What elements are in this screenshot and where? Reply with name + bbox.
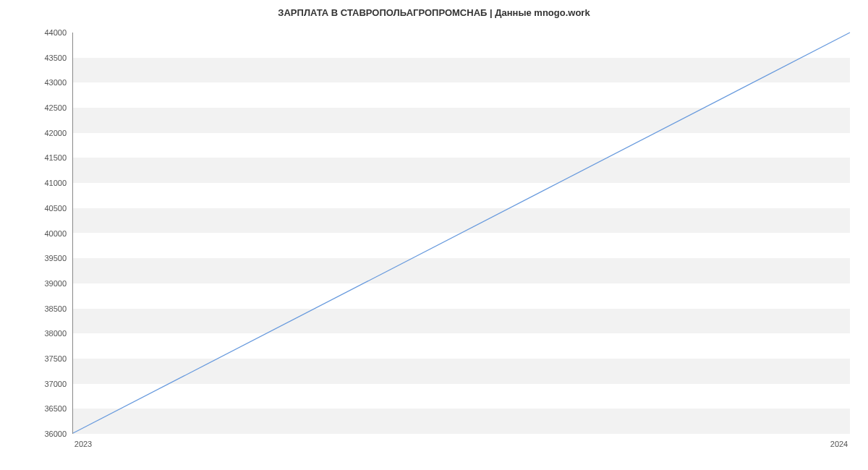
y-tick-label: 39500 (23, 254, 67, 262)
chart-line-svg (73, 33, 850, 433)
y-tick-label: 41500 (23, 153, 67, 162)
y-tick-label: 38500 (23, 304, 67, 313)
y-tick-label: 44000 (23, 28, 67, 37)
plot-area (72, 33, 850, 434)
y-tick-label: 37000 (23, 380, 67, 388)
data-line (73, 33, 850, 433)
y-tick-label: 41000 (23, 179, 67, 187)
y-tick-label: 43500 (23, 54, 67, 62)
chart-title: ЗАРПЛАТА В СТАВРОПОЛЬАГРОПРОМСНАБ | Данн… (0, 7, 868, 18)
y-tick-label: 40000 (23, 229, 67, 238)
y-tick-label: 43000 (23, 78, 67, 87)
y-tick-label: 39000 (23, 279, 67, 288)
y-tick-label: 40500 (23, 204, 67, 213)
y-tick-label: 42500 (23, 103, 67, 112)
x-tick-label: 2023 (75, 440, 92, 448)
y-tick-label: 37500 (23, 354, 67, 363)
y-tick-label: 36500 (23, 404, 67, 413)
y-tick-label: 36000 (23, 430, 67, 438)
y-tick-label: 38000 (23, 329, 67, 338)
y-tick-label: 42000 (23, 129, 67, 137)
x-tick-label: 2024 (830, 440, 848, 448)
